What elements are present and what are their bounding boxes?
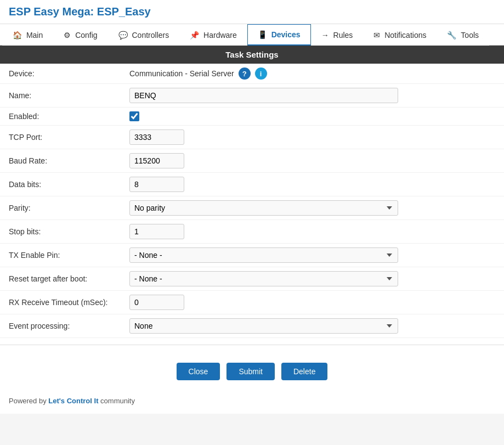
event-processing-select[interactable]: None Generic Serial [129, 318, 398, 334]
stop-bits-label: Stop bits: [9, 227, 129, 236]
enabled-row: Enabled: [0, 108, 504, 126]
event-processing-label: Event processing: [9, 322, 129, 330]
data-bits-row: Data bits: [0, 173, 504, 196]
reset-target-select[interactable]: - None - [129, 271, 398, 286]
name-control [129, 88, 495, 103]
submit-button[interactable]: Submit [226, 363, 275, 380]
tx-enable-pin-control: - None - [129, 247, 495, 263]
parity-label: Parity: [9, 204, 129, 212]
tab-notifications[interactable]: ✉ Notifications [363, 24, 437, 46]
tab-devices[interactable]: 📱 Devices [247, 24, 311, 46]
data-bits-label: Data bits: [9, 180, 129, 189]
baud-rate-control [129, 153, 495, 168]
nav-tabs: 🏠 Main ⚙ Config 💬 Controllers 📌 Hardware… [0, 24, 504, 46]
reset-target-row: Reset target after boot: - None - [0, 267, 504, 291]
tcp-port-label: TCP Port: [9, 133, 129, 142]
footer: Powered by Let's Control It community [0, 391, 504, 414]
close-button[interactable]: Close [177, 363, 220, 380]
footer-link[interactable]: Let's Control It [48, 397, 98, 405]
data-bits-input[interactable] [129, 177, 184, 192]
page-title: ESP Easy Mega: ESP_Easy [9, 5, 495, 18]
main-content: Task Settings Device: Communication - Se… [0, 46, 504, 414]
rx-timeout-label: RX Receive Timeout (mSec): [9, 298, 129, 307]
info-icon[interactable]: i [255, 67, 267, 80]
tab-main[interactable]: 🏠 Main [2, 24, 53, 46]
footer-suffix: community [98, 397, 134, 405]
enabled-label: Enabled: [9, 112, 129, 121]
tx-enable-pin-label: TX Enable Pin: [9, 251, 129, 260]
tx-enable-pin-row: TX Enable Pin: - None - [0, 244, 504, 267]
parity-select[interactable]: No parity Even Odd [129, 200, 398, 216]
device-value-area: Communication - Serial Server ? i [129, 67, 495, 80]
tab-hardware[interactable]: 📌 Hardware [179, 24, 247, 46]
tcp-port-control [129, 129, 495, 145]
rx-timeout-row: RX Receive Timeout (mSec): [0, 291, 504, 314]
page-title-bar: ESP Easy Mega: ESP_Easy [0, 0, 504, 24]
tab-controllers[interactable]: 💬 Controllers [108, 24, 180, 46]
help-icon[interactable]: ? [239, 67, 251, 80]
baud-rate-label: Baud Rate: [9, 156, 129, 165]
task-settings-header: Task Settings [0, 46, 504, 64]
stop-bits-row: Stop bits: [0, 220, 504, 244]
event-processing-row: Event processing: None Generic Serial [0, 314, 504, 338]
name-row: Name: [0, 84, 504, 108]
baud-rate-row: Baud Rate: [0, 149, 504, 173]
device-value: Communication - Serial Server [129, 69, 234, 78]
tcp-port-row: TCP Port: [0, 126, 504, 149]
enabled-checkbox[interactable] [129, 111, 139, 121]
parity-control: No parity Even Odd [129, 200, 495, 216]
button-row: Close Submit Delete [0, 352, 504, 391]
enabled-control [129, 111, 495, 121]
stop-bits-control [129, 224, 495, 239]
device-row: Device: Communication - Serial Server ? … [0, 64, 504, 84]
baud-rate-input[interactable] [129, 153, 184, 168]
separator [0, 345, 504, 345]
tab-config[interactable]: ⚙ Config [53, 24, 107, 46]
tx-enable-pin-select[interactable]: - None - [129, 247, 398, 263]
name-input[interactable] [129, 88, 398, 103]
tab-tools[interactable]: 🔧 Tools [437, 24, 489, 46]
reset-target-label: Reset target after boot: [9, 274, 129, 283]
tab-rules[interactable]: → Rules [311, 24, 364, 46]
footer-prefix: Powered by [9, 397, 48, 405]
stop-bits-input[interactable] [129, 224, 184, 239]
device-label: Device: [9, 69, 129, 78]
rx-timeout-input[interactable] [129, 295, 184, 310]
name-label: Name: [9, 91, 129, 100]
parity-row: Parity: No parity Even Odd [0, 196, 504, 220]
data-bits-control [129, 177, 495, 192]
rx-timeout-control [129, 295, 495, 310]
event-processing-control: None Generic Serial [129, 318, 495, 334]
tcp-port-input[interactable] [129, 129, 184, 145]
delete-button[interactable]: Delete [281, 363, 327, 380]
reset-target-control: - None - [129, 271, 495, 286]
